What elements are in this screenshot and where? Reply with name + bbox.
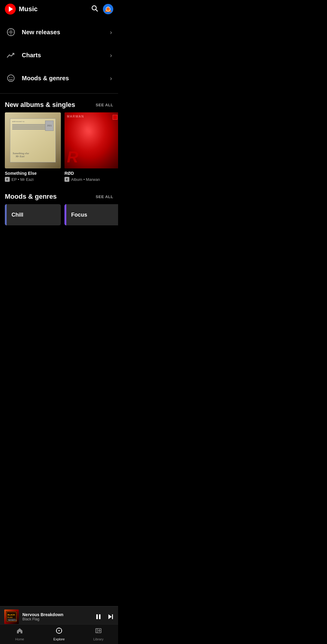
charts-label: Charts [22,52,41,59]
main-content: New releases › Charts › [0,18,118,267]
moods-genres-header: Moods & genres SEE ALL [0,187,118,204]
mood-label-focus: Focus [66,212,87,218]
mood-label-chill: Chill [7,212,23,218]
albums-scroll: addressed to: 2021 Something elseMr Eazi [0,112,118,187]
play-triangle [9,6,13,12]
moods-genres-see-all[interactable]: SEE ALL [96,194,113,199]
moods-icon [6,73,16,83]
svg-point-10 [12,77,12,78]
new-albums-title: New albums & singles [5,101,75,109]
moods-scroll: Chill Focus [0,204,118,230]
album-art-something-else: addressed to: 2021 Something elseMr Eazi [5,112,61,168]
nav-item-charts[interactable]: Charts › [0,44,118,67]
nav-item-moods-genres[interactable]: Moods & genres › [0,67,118,90]
album-meta-text-something-else: EP • Mr Eazi [12,177,34,182]
nav-item-moods-left: Moods & genres [6,73,69,83]
svg-point-9 [9,77,10,78]
explicit-badge-rod: E [64,177,69,182]
header-left: Music [5,4,38,15]
nav-item-new-releases-left: New releases [6,27,60,37]
moods-genres-title: Moods & genres [5,193,57,201]
moods-genres-label: Moods & genres [22,75,69,82]
album-art-rod: MARWAN R [64,112,118,168]
new-releases-icon [6,27,16,37]
mood-card-focus[interactable]: Focus [64,204,118,225]
new-releases-chevron: › [110,29,112,36]
album-card-rod[interactable]: MARWAN R RØD E Album • Marwan [64,112,118,182]
album-title-something-else: Something Else [5,171,61,176]
nav-item-charts-left: Charts [6,50,41,60]
svg-line-7 [12,30,13,31]
app-header: Music [0,0,118,18]
new-albums-see-all[interactable]: SEE ALL [96,103,113,107]
charts-chevron: › [110,52,112,59]
album-card-something-else[interactable]: addressed to: 2021 Something elseMr Eazi [5,112,61,182]
album-meta-text-rod: Album • Marwan [71,177,100,182]
nav-menu: New releases › Charts › [0,18,118,92]
svg-line-1 [96,10,98,12]
album-meta-something-else: E EP • Mr Eazi [5,177,61,182]
moods-genres-chevron: › [110,75,112,82]
mood-card-chill[interactable]: Chill [5,204,61,225]
youtube-music-logo[interactable] [5,4,16,15]
album-meta-rod: E Album • Marwan [64,177,118,182]
new-albums-header: New albums & singles SEE ALL [0,95,118,112]
charts-icon [6,50,16,60]
app-title: Music [19,5,38,13]
album-title-rod: RØD [64,171,118,176]
header-right [91,4,113,14]
avatar[interactable] [103,4,113,14]
nav-item-new-releases[interactable]: New releases › [0,21,118,44]
explicit-badge-something-else: E [5,177,10,182]
section-divider [0,93,118,94]
new-releases-label: New releases [22,29,60,36]
search-icon[interactable] [91,5,98,14]
svg-point-6 [11,32,12,33]
svg-point-8 [8,75,14,81]
